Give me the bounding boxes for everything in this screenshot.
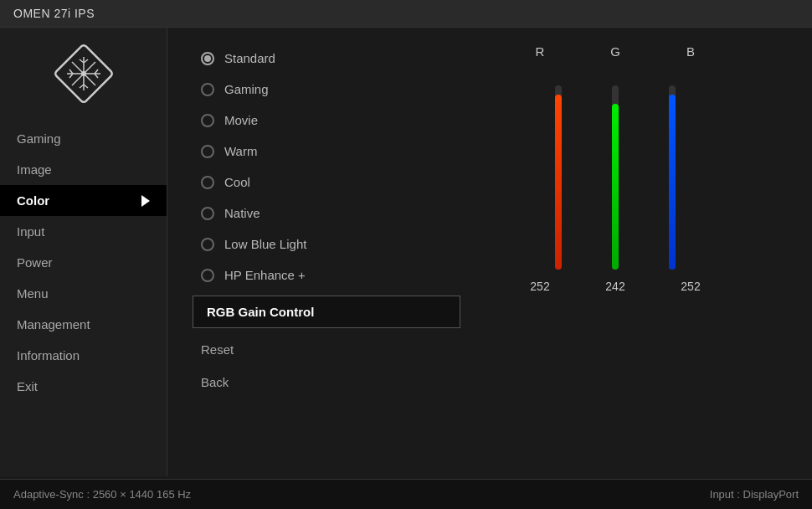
radio-gaming [201, 83, 214, 96]
option-gaming[interactable]: Gaming [193, 75, 460, 103]
option-low-blue-light[interactable]: Low Blue Light [193, 230, 460, 258]
sidebar-item-exit[interactable]: Exit [0, 371, 167, 402]
sliders-container [547, 69, 676, 270]
option-hp-enhance[interactable]: HP Enhance + [193, 261, 460, 289]
radio-warm [201, 145, 214, 158]
top-bar: OMEN 27i IPS [0, 0, 812, 28]
monitor-title: OMEN 27i IPS [13, 7, 95, 20]
radio-low-blue-light [201, 238, 214, 251]
main-container: Gaming Image Color Input Power Menu Mana… [0, 28, 812, 476]
b-slider-track[interactable] [669, 85, 676, 270]
svg-point-13 [81, 71, 86, 76]
radio-standard [201, 52, 214, 65]
g-slider-track[interactable] [612, 85, 619, 270]
rgb-sliders-area: R G B 252 242 252 [494, 44, 728, 460]
b-label: B [678, 44, 703, 59]
sidebar-item-color[interactable]: Color [0, 185, 167, 216]
radio-movie [201, 114, 214, 127]
radio-cool [201, 176, 214, 189]
input-info: Input : DisplayPort [710, 488, 799, 501]
b-value: 252 [678, 280, 703, 293]
rgb-values: 252 242 252 [519, 280, 703, 293]
option-movie[interactable]: Movie [193, 106, 460, 134]
option-warm[interactable]: Warm [193, 137, 460, 165]
r-label: R [527, 44, 552, 59]
sidebar-item-management[interactable]: Management [0, 309, 167, 340]
adaptive-sync-info: Adaptive-Sync : 2560 × 1440 165 Hz [13, 488, 191, 501]
reset-item[interactable]: Reset [193, 335, 460, 364]
sidebar-item-input[interactable]: Input [0, 216, 167, 247]
g-slider-fill [612, 104, 619, 270]
r-value: 252 [527, 280, 552, 293]
option-cool[interactable]: Cool [193, 168, 460, 196]
color-options-panel: Standard Gaming Movie Warm Cool Native [193, 44, 460, 460]
omen-logo [54, 44, 113, 103]
rgb-labels: R G B [519, 44, 703, 59]
back-item[interactable]: Back [193, 368, 460, 397]
b-slider-fill [669, 95, 676, 270]
radio-hp-enhance [201, 269, 214, 282]
sidebar-item-power[interactable]: Power [0, 247, 167, 278]
option-native[interactable]: Native [193, 199, 460, 227]
g-label: G [603, 44, 628, 59]
radio-native [201, 207, 214, 220]
r-slider-fill [555, 95, 562, 270]
sidebar-item-information[interactable]: Information [0, 340, 167, 371]
content-area: Standard Gaming Movie Warm Cool Native [167, 28, 812, 476]
r-slider-track[interactable] [555, 85, 562, 270]
sidebar-item-image[interactable]: Image [0, 154, 167, 185]
g-value: 242 [603, 280, 628, 293]
sidebar-item-menu[interactable]: Menu [0, 278, 167, 309]
sidebar-item-gaming[interactable]: Gaming [0, 123, 167, 154]
rgb-gain-control-item[interactable]: RGB Gain Control [193, 296, 460, 328]
sidebar: Gaming Image Color Input Power Menu Mana… [0, 28, 167, 476]
arrow-right-icon [141, 195, 150, 207]
logo-area [0, 44, 167, 103]
option-standard[interactable]: Standard [193, 44, 460, 72]
bottom-bar: Adaptive-Sync : 2560 × 1440 165 Hz Input… [0, 479, 812, 509]
